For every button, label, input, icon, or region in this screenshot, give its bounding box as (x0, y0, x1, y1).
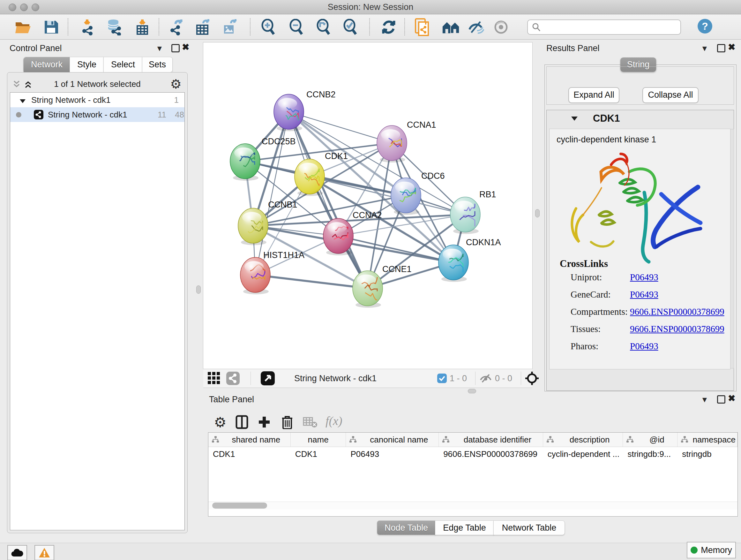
collapse-all-button[interactable]: Collapse All (643, 87, 698, 103)
import-network-database-icon[interactable] (105, 19, 123, 36)
share-view-icon[interactable] (226, 372, 240, 386)
column-header-namespace[interactable]: namespace (677, 433, 738, 447)
table-panel-collapse-icon[interactable]: ▼ (701, 396, 709, 403)
expand-all-networks-icon[interactable] (24, 80, 32, 90)
column-header-database-identifier[interactable]: database identifier (439, 433, 543, 447)
crosslink-row: Tissues:9606.ENSP00000378699 (557, 324, 723, 341)
table-horizontal-scrollbar[interactable] (208, 502, 738, 509)
tab-edge-table[interactable]: Edge Table (435, 520, 494, 535)
collection-expand-icon[interactable] (19, 97, 26, 106)
results-node-header[interactable]: CDK1 (547, 110, 734, 128)
selected-checkbox-icon[interactable] (437, 374, 447, 384)
table-row[interactable]: CDK1CDK1P064939606.ENSP00000378699cyclin… (208, 447, 738, 461)
crosslink-link[interactable]: P06493 (630, 341, 658, 352)
network-node-ccnb1[interactable]: CCNB1 (238, 200, 297, 245)
fit-selected-crosshair-icon[interactable] (525, 371, 539, 387)
network-options-gear-icon[interactable]: ⚙ (170, 77, 182, 91)
column-header-shared-name[interactable]: shared name (208, 433, 291, 447)
column-header--id[interactable]: @id (623, 433, 677, 447)
table-panel-close-icon[interactable]: ✖ (728, 395, 735, 402)
expand-all-button[interactable]: Expand All (568, 87, 619, 103)
crosslink-link[interactable]: P06493 (630, 289, 658, 300)
network-node-cdc6[interactable]: CDC6 (391, 171, 445, 215)
help-button[interactable]: ? (697, 19, 712, 34)
tab-node-table[interactable]: Node Table (377, 520, 435, 535)
control-panel-float-icon[interactable] (172, 44, 180, 52)
show-columns-icon[interactable] (233, 413, 251, 431)
tab-style[interactable]: Style (70, 57, 104, 72)
network-label: String Network - cdk1 (48, 110, 127, 120)
network-canvas[interactable]: CCNB2CCNA1CDC25BCDK1CDC6RB1CCNB1CCNA2CDK… (203, 43, 532, 369)
warning-button[interactable] (35, 545, 54, 560)
network-node-rb1[interactable]: RB1 (450, 190, 496, 234)
zoom-in-icon[interactable] (259, 19, 277, 36)
node-section-expand-icon[interactable] (570, 115, 578, 123)
save-session-icon[interactable] (42, 19, 60, 36)
search-box (527, 19, 681, 35)
control-panel-close-icon[interactable]: ✖ (182, 44, 189, 51)
network-row[interactable]: String Network - cdk1 11 48 (10, 107, 185, 122)
network-node-hist1h1a[interactable]: HIST1H1A (240, 250, 305, 294)
function-builder-icon[interactable]: f(x) (326, 414, 342, 428)
collapse-all-networks-icon[interactable] (12, 80, 21, 90)
crosslink-link[interactable]: 9606.ENSP00000378699 (630, 324, 724, 334)
eye-icon[interactable] (492, 19, 510, 36)
grid-view-icon[interactable] (208, 372, 221, 386)
node-label: CCNA1 (407, 120, 436, 130)
tab-network-table[interactable]: Network Table (493, 520, 565, 535)
table-panel-title: Table Panel (209, 395, 254, 405)
network-collection-row[interactable]: String Network - cdk1 1 (10, 92, 185, 107)
window-zoom-button[interactable] (31, 3, 39, 11)
zoom-fit-icon[interactable] (315, 19, 333, 36)
export-table-icon[interactable] (194, 19, 212, 36)
tab-sets[interactable]: Sets (142, 57, 173, 72)
table-panel-float-icon[interactable] (717, 395, 725, 403)
import-network-file-icon[interactable] (78, 19, 96, 36)
import-table-file-icon[interactable] (133, 19, 151, 36)
scrollbar-thumb[interactable] (212, 503, 267, 509)
delete-table-icon[interactable] (301, 413, 319, 431)
zoom-out-icon[interactable] (287, 19, 306, 36)
results-scrollbar[interactable] (730, 129, 734, 368)
network-node-cdkn1a[interactable]: CDKN1A (439, 238, 501, 282)
open-session-icon[interactable] (14, 19, 32, 36)
window-close-button[interactable] (9, 3, 16, 11)
tab-network[interactable]: Network (23, 57, 70, 72)
crosslink-link[interactable]: 9606.ENSP00000378699 (630, 307, 724, 317)
results-panel-float-icon[interactable] (717, 44, 725, 52)
left-splitter-handle[interactable] (196, 286, 201, 294)
results-panel-collapse-icon[interactable]: ▼ (701, 45, 709, 52)
string-document-icon[interactable] (414, 19, 431, 36)
refresh-view-icon[interactable] (380, 19, 398, 36)
delete-column-icon[interactable] (278, 413, 296, 431)
create-column-icon[interactable] (255, 413, 273, 431)
column-header-canonical-name[interactable]: canonical name (346, 433, 439, 447)
cloud-button[interactable] (7, 545, 27, 560)
crosslink-row: Compartments:9606.ENSP00000378699 (557, 307, 723, 324)
zoom-selected-icon[interactable] (341, 19, 359, 36)
control-panel-collapse-icon[interactable]: ▼ (156, 45, 163, 52)
table-cell: P06493 (346, 447, 439, 461)
horizontal-splitter-handle[interactable] (468, 389, 476, 393)
export-image-icon[interactable] (221, 19, 239, 36)
crosslink-link[interactable]: P06493 (630, 272, 658, 283)
control-panel: Control Panel ▼ ✖ Network Style Select S… (3, 41, 192, 535)
search-input[interactable] (544, 22, 680, 33)
window-minimize-button[interactable] (20, 3, 28, 11)
table-options-gear-icon[interactable]: ⚙ (211, 413, 229, 431)
houses-icon[interactable] (442, 19, 460, 36)
collection-label: String Network - cdk1 (31, 95, 111, 105)
network-node-ccna1[interactable]: CCNA1 (377, 120, 436, 163)
results-panel-close-icon[interactable]: ✖ (728, 44, 735, 51)
node-name: CDK1 (593, 113, 620, 124)
column-header-name[interactable]: name (291, 433, 346, 447)
tab-select[interactable]: Select (104, 57, 143, 72)
birds-eye-toggle-icon[interactable] (261, 371, 275, 387)
export-network-icon[interactable] (168, 19, 186, 36)
memory-button[interactable]: Memory (687, 542, 736, 558)
column-header-description[interactable]: description (543, 433, 623, 447)
right-splitter-handle[interactable] (535, 209, 540, 217)
eye-slash-icon[interactable] (467, 19, 485, 36)
network-node-ccne1[interactable]: CCNE1 (353, 264, 412, 308)
hidden-eye-icon[interactable] (480, 374, 492, 384)
